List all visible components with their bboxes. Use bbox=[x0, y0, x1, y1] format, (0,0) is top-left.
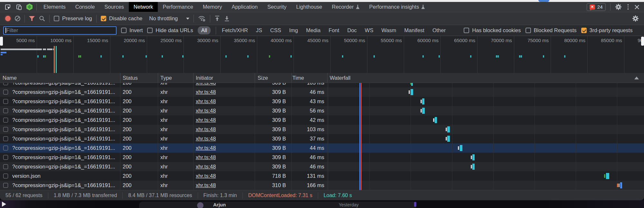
filter-funnel-icon[interactable] bbox=[29, 16, 35, 21]
column-header-size[interactable]: Size bbox=[258, 73, 268, 83]
throttling-select[interactable]: No throttling bbox=[147, 15, 189, 22]
filter-type-fetch-xhr[interactable]: Fetch/XHR bbox=[221, 26, 249, 34]
third-party-requests-checkbox[interactable]: 3rd-party requests bbox=[581, 27, 633, 33]
waterfall-bar[interactable] bbox=[447, 136, 450, 142]
row-checkbox[interactable] bbox=[3, 164, 8, 169]
column-divider[interactable] bbox=[255, 73, 255, 83]
search-icon[interactable] bbox=[39, 15, 45, 22]
node-icon[interactable] bbox=[26, 4, 33, 10]
waterfall-bar[interactable] bbox=[435, 117, 437, 123]
table-row[interactable]: ?compression=gzip-js&ip=1&_=16619191...2… bbox=[0, 106, 644, 115]
column-header-waterfall[interactable]: Waterfall bbox=[330, 73, 351, 83]
row-checkbox[interactable] bbox=[3, 83, 8, 85]
tab-sources[interactable]: Sources bbox=[99, 2, 129, 12]
settings-gear-icon[interactable] bbox=[615, 4, 622, 10]
table-row[interactable]: ?compression=gzip-js&ip=1&_=16619191...2… bbox=[0, 87, 644, 97]
filter-type-media[interactable]: Media bbox=[306, 26, 321, 34]
filter-type-wasm[interactable]: Wasm bbox=[381, 26, 397, 34]
row-checkbox[interactable] bbox=[3, 136, 8, 141]
row-checkbox[interactable] bbox=[3, 90, 8, 95]
tab-security[interactable]: Security bbox=[262, 2, 291, 12]
tab-network[interactable]: Network bbox=[129, 2, 158, 12]
tab-application[interactable]: Application bbox=[227, 2, 262, 12]
network-settings-gear-icon[interactable] bbox=[632, 15, 639, 22]
column-header-name[interactable]: Name bbox=[3, 73, 17, 83]
cell-initiator[interactable]: xhr.ts:48 bbox=[196, 162, 252, 171]
tab-memory[interactable]: Memory bbox=[198, 2, 227, 12]
overview-left-handle[interactable] bbox=[0, 37, 3, 46]
filter-type-doc[interactable]: Doc bbox=[347, 26, 357, 34]
table-row[interactable]: ?compression=gzip-js&ip=1&_=16619191...2… bbox=[0, 181, 644, 190]
checkbox-unchecked[interactable] bbox=[526, 28, 531, 33]
sort-ascending-icon[interactable] bbox=[634, 77, 639, 79]
device-toolbar-icon[interactable] bbox=[15, 4, 22, 10]
inspect-element-icon[interactable] bbox=[5, 4, 11, 10]
cell-initiator[interactable]: xhr.ts:48 bbox=[196, 97, 252, 106]
tab-recorder[interactable]: Recorder bbox=[327, 2, 365, 12]
waterfall-bar[interactable] bbox=[411, 89, 413, 95]
column-header-status[interactable]: Status bbox=[123, 73, 138, 83]
waterfall-bar[interactable] bbox=[447, 126, 450, 132]
cell-initiator[interactable]: xhr.ts:48 bbox=[196, 153, 252, 162]
hide-data-urls-checkbox[interactable]: Hide data URLs bbox=[147, 27, 193, 33]
table-row[interactable]: ?compression=gzip-js&ip=1&_=16619191...2… bbox=[0, 125, 644, 134]
cell-initiator[interactable]: xhr.ts:48 bbox=[196, 181, 252, 190]
cell-initiator[interactable]: xhr.ts:48 bbox=[196, 125, 252, 134]
filter-type-manifest[interactable]: Manifest bbox=[404, 26, 425, 34]
checkbox-checked[interactable] bbox=[581, 28, 587, 33]
column-header-initiator[interactable]: Initiator bbox=[196, 73, 213, 83]
clear-network-log-button[interactable] bbox=[15, 16, 20, 21]
cell-initiator[interactable]: xhr.ts:48 bbox=[196, 115, 252, 125]
checkbox-checked[interactable] bbox=[101, 16, 106, 21]
waterfall-bar[interactable] bbox=[606, 173, 609, 179]
filter-type-js[interactable]: JS bbox=[255, 26, 263, 34]
row-checkbox[interactable] bbox=[3, 118, 8, 122]
filter-type-all[interactable]: All bbox=[198, 26, 211, 34]
checkbox-unchecked[interactable] bbox=[464, 28, 469, 33]
column-header-type[interactable]: Type bbox=[160, 73, 172, 83]
export-har-icon[interactable] bbox=[224, 15, 230, 22]
column-divider[interactable] bbox=[193, 73, 194, 83]
checkbox-unchecked[interactable] bbox=[54, 16, 59, 21]
table-row[interactable]: ?compression=gzip-js&ip=1&_=16619191...2… bbox=[0, 134, 644, 143]
filter-type-img[interactable]: Img bbox=[289, 26, 299, 34]
column-divider[interactable] bbox=[120, 73, 120, 83]
error-badge[interactable]: 24 bbox=[587, 3, 606, 11]
table-row[interactable]: ?compression=gzip-js&ip=1&_=16619191...2… bbox=[0, 162, 644, 171]
overview-right-handle[interactable] bbox=[641, 37, 644, 46]
column-header-time[interactable]: Time bbox=[292, 73, 304, 83]
tab-lighthouse[interactable]: Lighthouse bbox=[291, 2, 327, 12]
row-checkbox[interactable] bbox=[3, 127, 8, 132]
network-overview-timeline[interactable]: 5000 ms10000 ms15000 ms20000 ms25000 ms3… bbox=[0, 36, 644, 73]
row-checkbox[interactable] bbox=[3, 108, 8, 113]
table-row[interactable]: ?compression=gzip-js&ip=1&_=16619191...2… bbox=[0, 115, 644, 125]
cell-initiator[interactable]: xhr.ts:48 bbox=[196, 171, 252, 181]
row-checkbox[interactable] bbox=[3, 146, 8, 150]
network-conditions-icon[interactable] bbox=[198, 15, 206, 22]
table-row[interactable]: version.json200xhrxhr.ts:48718 B131 ms bbox=[0, 171, 644, 181]
filter-input[interactable]: Filter bbox=[3, 26, 117, 35]
table-row[interactable]: ?compression=gzip-js&ip=1&_=16619191...2… bbox=[0, 153, 644, 162]
waterfall-bar[interactable] bbox=[472, 154, 475, 160]
tab-elements[interactable]: Elements bbox=[39, 2, 71, 12]
column-divider[interactable] bbox=[158, 73, 158, 83]
filter-type-ws[interactable]: WS bbox=[364, 26, 374, 34]
close-devtools-icon[interactable] bbox=[634, 5, 639, 10]
filter-type-other[interactable]: Other bbox=[432, 26, 446, 34]
row-checkbox[interactable] bbox=[3, 155, 8, 160]
checkbox-unchecked[interactable] bbox=[147, 28, 153, 33]
waterfall-bar[interactable] bbox=[472, 164, 475, 170]
cell-initiator[interactable]: xhr.ts:48 bbox=[196, 134, 252, 143]
row-checkbox[interactable] bbox=[3, 174, 8, 178]
waterfall-bar[interactable] bbox=[620, 182, 622, 188]
waterfall-bar[interactable] bbox=[411, 83, 413, 86]
column-divider[interactable] bbox=[291, 73, 292, 83]
tab-performance[interactable]: Performance bbox=[158, 2, 198, 12]
row-checkbox[interactable] bbox=[3, 99, 8, 104]
tab-console[interactable]: Console bbox=[71, 2, 100, 12]
waterfall-bar[interactable] bbox=[422, 108, 425, 114]
table-row[interactable]: ?compression=gzip-js&ip=1&_=16619191...2… bbox=[0, 143, 644, 153]
tab-performance-insights[interactable]: Performance insights bbox=[364, 2, 430, 12]
waterfall-bar[interactable] bbox=[460, 145, 462, 151]
cell-initiator[interactable]: xhr.ts:48 bbox=[196, 83, 252, 87]
